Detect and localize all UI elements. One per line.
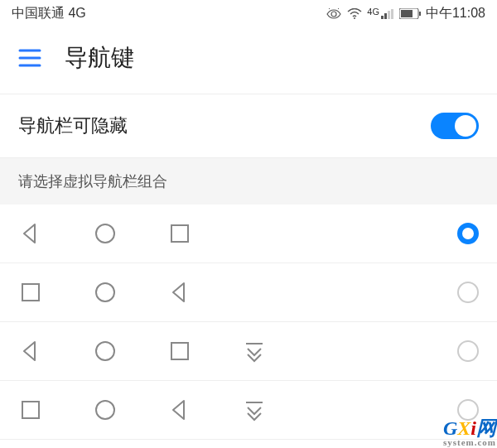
toggle-navbar-hide-row[interactable]: 导航栏可隐藏 xyxy=(0,94,497,158)
svg-rect-10 xyxy=(419,12,421,16)
nav-option-row[interactable] xyxy=(0,205,497,263)
svg-line-0 xyxy=(328,8,330,9)
status-right: 4G 中午11:08 xyxy=(326,5,485,22)
page-header: 导航键 xyxy=(0,26,497,94)
signal-icon xyxy=(381,9,394,19)
eye-icon xyxy=(326,8,342,20)
back-icon xyxy=(18,221,43,246)
recent-icon xyxy=(18,280,43,305)
svg-point-3 xyxy=(354,17,355,19)
status-bar: 中国联通 4G 4G 中午11:08 xyxy=(0,0,497,26)
time-label: 中午11:08 xyxy=(426,5,485,22)
svg-rect-6 xyxy=(388,11,390,19)
battery-icon xyxy=(399,8,421,19)
radio-button[interactable] xyxy=(457,223,479,244)
nav-option-row[interactable] xyxy=(0,322,497,381)
svg-rect-9 xyxy=(401,10,413,17)
svg-rect-16 xyxy=(22,284,39,301)
svg-point-22 xyxy=(96,401,114,419)
toggle-knob xyxy=(455,115,476,137)
svg-rect-21 xyxy=(22,402,39,418)
wifi-icon xyxy=(347,8,362,20)
carrier-label: 中国联通 4G xyxy=(12,5,86,22)
nav-prototype xyxy=(18,397,267,422)
recent-icon xyxy=(167,339,192,364)
svg-rect-19 xyxy=(171,343,188,359)
home-icon xyxy=(93,397,118,422)
nav-option-row[interactable] xyxy=(0,263,497,322)
svg-point-18 xyxy=(96,342,114,360)
radio-button[interactable] xyxy=(457,282,479,303)
back-icon xyxy=(18,339,43,364)
home-icon xyxy=(93,221,118,246)
home-icon xyxy=(93,280,118,305)
recent-icon xyxy=(167,221,192,246)
svg-rect-15 xyxy=(171,225,188,242)
toggle-label: 导航栏可隐藏 xyxy=(18,113,128,138)
radio-button[interactable] xyxy=(457,340,479,362)
nav-prototype xyxy=(18,280,192,305)
section-header: 请选择虚拟导航栏组合 xyxy=(0,158,497,205)
menu-icon[interactable] xyxy=(18,49,41,67)
nav-prototype xyxy=(18,221,192,246)
home-icon xyxy=(93,339,118,364)
back-icon xyxy=(167,280,192,305)
nav-option-row[interactable] xyxy=(0,381,497,440)
svg-rect-5 xyxy=(384,13,387,19)
svg-point-14 xyxy=(96,224,114,243)
page-title: 导航键 xyxy=(65,42,134,74)
svg-rect-7 xyxy=(391,9,393,19)
signal-4g: 4G xyxy=(367,7,379,17)
svg-point-17 xyxy=(96,283,114,301)
dropdown-icon xyxy=(242,339,267,364)
svg-rect-4 xyxy=(381,16,384,19)
svg-line-2 xyxy=(338,8,340,9)
back-icon xyxy=(167,397,192,422)
nav-prototype xyxy=(18,339,267,364)
dropdown-icon xyxy=(242,397,267,422)
options-list xyxy=(0,205,497,440)
watermark: GXi网 system.com xyxy=(443,418,496,447)
recent-icon xyxy=(18,397,43,422)
toggle-switch[interactable] xyxy=(431,113,479,139)
